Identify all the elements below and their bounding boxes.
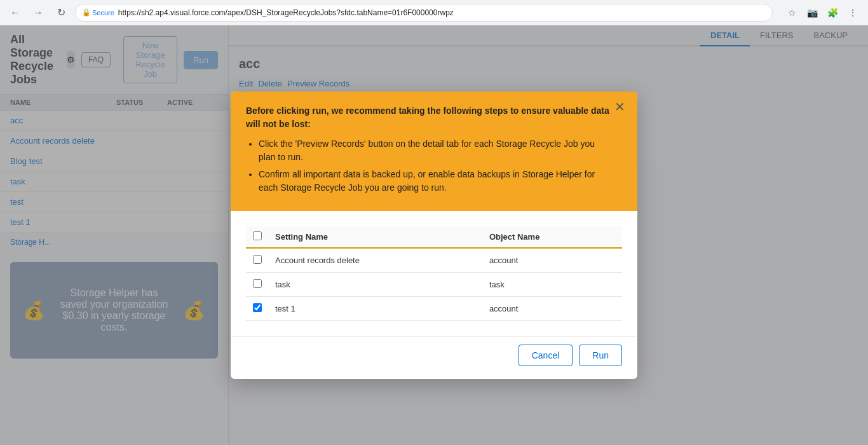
- lock-icon: 🔒: [82, 8, 91, 17]
- warning-bullet-1: Click the 'Preview Records' button on th…: [259, 137, 612, 164]
- row-setting-name: test 1: [269, 297, 483, 321]
- back-button[interactable]: ←: [6, 4, 24, 22]
- col-object-name-header: Object Name: [483, 226, 622, 248]
- reload-button[interactable]: ↻: [52, 4, 70, 22]
- row-checkbox-cell: [246, 297, 269, 321]
- modal-table-header: Setting Name Object Name: [246, 226, 622, 248]
- browser-toolbar: ☆ 📷 🧩 ⋮: [783, 4, 862, 22]
- modal-footer: Cancel Run: [231, 336, 637, 379]
- row-checkbox[interactable]: [253, 279, 262, 288]
- row-checkbox-cell: [246, 248, 269, 273]
- extensions-button[interactable]: 🧩: [824, 4, 841, 22]
- modal-warning-section: Before clicking run, we recommend taking…: [231, 92, 637, 211]
- col-checkbox-header: [246, 226, 269, 248]
- row-setting-name: Account records delete: [269, 248, 483, 273]
- modal-overlay: ✕ Before clicking run, we recommend taki…: [0, 25, 868, 445]
- row-checkbox[interactable]: [253, 255, 262, 264]
- row-checkbox[interactable]: [253, 303, 262, 312]
- bookmark-button[interactable]: ☆: [783, 4, 801, 22]
- cancel-button[interactable]: Cancel: [519, 345, 573, 366]
- row-object-name: account: [483, 248, 622, 273]
- modal-table: Setting Name Object Name Account records…: [246, 226, 622, 321]
- row-object-name: task: [483, 273, 622, 297]
- screenshot-button[interactable]: 📷: [803, 4, 821, 22]
- row-setting-name: task: [269, 273, 483, 297]
- menu-button[interactable]: ⋮: [844, 4, 862, 22]
- select-all-checkbox[interactable]: [253, 231, 262, 240]
- url-text: https://sh2.ap4.visual.force.com/apex/DS…: [118, 8, 454, 17]
- row-object-name: account: [483, 297, 622, 321]
- address-bar[interactable]: 🔒 Secure https://sh2.ap4.visual.force.co…: [75, 4, 773, 22]
- run-button[interactable]: Run: [579, 345, 622, 366]
- modal-warning-list: Click the 'Preview Records' button on th…: [246, 137, 612, 195]
- app-container: All Storage Recycle Jobs ⚙ FAQ New Stora…: [0, 25, 868, 445]
- forward-button[interactable]: →: [29, 4, 47, 22]
- browser-chrome: ← → ↻ 🔒 Secure https://sh2.ap4.visual.fo…: [0, 0, 868, 25]
- warning-bullet-2: Confirm all important data is backed up,…: [259, 168, 612, 195]
- table-row: task task: [246, 273, 622, 297]
- row-checkbox-cell: [246, 273, 269, 297]
- col-setting-name-header: Setting Name: [269, 226, 483, 248]
- table-row: test 1 account: [246, 297, 622, 321]
- secure-badge: 🔒 Secure: [82, 8, 114, 17]
- modal-close-button[interactable]: ✕: [611, 98, 628, 116]
- modal-warning-title: Before clicking run, we recommend taking…: [246, 104, 612, 131]
- table-row: Account records delete account: [246, 248, 622, 273]
- modal-warning-text: Before clicking run, we recommend taking…: [246, 104, 612, 195]
- close-icon: ✕: [614, 99, 625, 114]
- modal-dialog: ✕ Before clicking run, we recommend taki…: [231, 92, 637, 379]
- modal-body: Setting Name Object Name Account records…: [231, 211, 637, 336]
